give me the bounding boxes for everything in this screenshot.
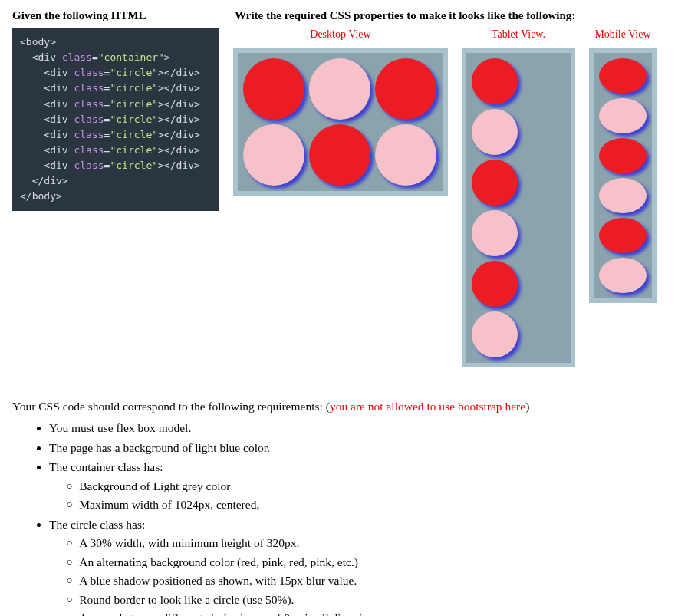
demo-circle xyxy=(309,124,370,186)
demo-circle xyxy=(309,58,370,120)
demo-circle xyxy=(472,58,518,104)
desktop-view-label: Desktop View xyxy=(310,28,370,41)
tablet-demo-page xyxy=(462,48,575,367)
req-circle-border: Round border to look like a circle (use … xyxy=(81,591,666,608)
req-item-container: The container class has: Background of L… xyxy=(49,459,666,513)
code-circle-4: <div class="circle"></div> xyxy=(44,114,200,125)
req-circle-space: A space between different circle classes… xyxy=(81,610,666,616)
demo-circle xyxy=(599,178,647,213)
mobile-demo-container xyxy=(594,53,652,298)
demo-circle xyxy=(599,98,647,133)
code-line-body-open: <body> xyxy=(20,36,56,48)
demo-circle xyxy=(472,210,518,256)
req-item-bg: The page has a background of light blue … xyxy=(49,440,666,456)
code-circle-7: <div class="circle"></div> xyxy=(44,160,200,171)
demo-circle xyxy=(472,160,518,206)
desktop-demo-container xyxy=(238,53,443,191)
tablet-demo-container xyxy=(466,53,571,363)
code-container-close: </div> xyxy=(32,175,68,186)
html-code-block: <body> <div class="container"> <div clas… xyxy=(12,28,219,211)
demo-circle xyxy=(599,58,647,94)
intro-red-note: you are not allowed to use bootstrap her… xyxy=(330,400,525,413)
tablet-view-column: Tablet View. xyxy=(462,28,575,367)
code-container-open: <div class="container"> xyxy=(32,51,170,63)
demo-circle xyxy=(375,58,436,120)
header-row: Given the following HTML Write the requi… xyxy=(12,9,666,22)
req-item-flex: You must use flex box model. xyxy=(49,420,666,436)
code-circle-2: <div class="circle"></div> xyxy=(44,82,200,94)
code-circle-6: <div class="circle"></div> xyxy=(44,144,200,156)
mobile-view-label: Mobile View xyxy=(594,28,650,41)
demo-circle xyxy=(599,258,647,293)
demo-circle xyxy=(472,311,518,357)
req-circle-width: A 30% width, with minimum height of 320p… xyxy=(81,535,666,552)
code-circle-1: <div class="circle"></div> xyxy=(44,67,200,78)
requirements-intro: Your CSS code should correspond to the f… xyxy=(12,398,666,415)
req-container-bg: Background of Light grey color xyxy=(81,478,666,495)
code-circle-3: <div class="circle"></div> xyxy=(44,98,200,110)
req-circle-altbg: An alternating background color (red, pi… xyxy=(81,554,666,571)
demo-circle xyxy=(472,261,518,307)
content-top-row: <body> <div class="container"> <div clas… xyxy=(12,28,666,367)
demo-circle xyxy=(599,138,647,173)
intro-text-a: Your CSS code should correspond to the f… xyxy=(12,400,330,413)
requirements-section: Your CSS code should correspond to the f… xyxy=(12,398,666,616)
req-container-width: Maximum width of 1024px, centered, xyxy=(81,496,666,513)
code-circle-5: <div class="circle"></div> xyxy=(44,129,200,140)
views-area: Desktop View Tablet View. xyxy=(233,28,666,367)
header-left-title: Given the following HTML xyxy=(12,9,219,22)
demo-circle xyxy=(243,124,304,186)
header-right-title: Write the required CSS properties to mak… xyxy=(235,9,666,22)
demo-circle xyxy=(243,58,304,120)
mobile-view-column: Mobile View xyxy=(589,28,657,303)
desktop-demo-page xyxy=(233,48,448,196)
req-circle-shadow: A blue shadow positioned as shown, with … xyxy=(81,572,666,589)
intro-text-c: ) xyxy=(525,400,529,413)
code-body-close: </body> xyxy=(20,190,62,202)
tablet-view-label: Tablet View. xyxy=(492,28,545,41)
demo-circle xyxy=(375,124,436,186)
demo-circle xyxy=(599,218,647,253)
req-item-circle: The circle class has: A 30% width, with … xyxy=(49,516,666,616)
requirements-list: You must use flex box model. The page ha… xyxy=(49,420,666,616)
desktop-view-column: Desktop View xyxy=(233,28,448,196)
mobile-demo-page xyxy=(589,48,657,303)
demo-circle xyxy=(472,109,518,155)
